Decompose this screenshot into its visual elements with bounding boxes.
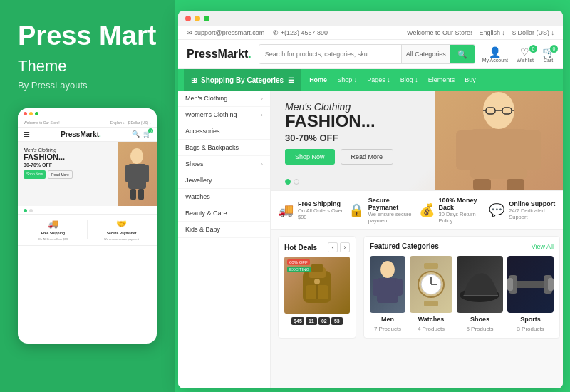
cart-action[interactable]: 🛒 0 Cart — [542, 46, 554, 63]
welcome-text: Welcome to Our Store! — [407, 29, 472, 36]
search-input[interactable] — [259, 45, 401, 63]
mobile-dot-red — [24, 112, 27, 115]
cat-sports-count: 3 Products — [517, 326, 544, 332]
hero-banner: Men's Clothing FASHION... 30-70% OFF Sho… — [271, 91, 563, 190]
nav-hamburger-icon: ☰ — [288, 76, 294, 84]
account-label: My Account — [482, 58, 508, 63]
desktop-titlebar — [178, 11, 563, 26]
cat-sports[interactable]: Sports 3 Products — [507, 256, 554, 332]
feature-moneyback: 💰 100% Money Back 30 Days Return Policy — [419, 197, 486, 224]
sidebar-label: Beauty & Care — [185, 210, 227, 217]
categories-button[interactable]: ⊞ Shopping By Categories ☰ — [184, 69, 301, 91]
countdown-secs: 53 — [331, 317, 343, 325]
features-strip: 🚚 Free Shipping On All Orders Over $99 🔒… — [271, 190, 563, 230]
feature-payment-sub: We ensure secure payment — [368, 211, 415, 224]
feature-support-sub: 24/7 Dedicated Support — [509, 207, 556, 220]
cat-men[interactable]: Men 7 Products — [370, 256, 405, 332]
mobile-hero-discount: 30-70% OFF — [24, 163, 73, 167]
cat-sports-name: Sports — [520, 316, 541, 323]
search-category-select[interactable]: All Categories — [401, 45, 450, 63]
svg-rect-10 — [473, 179, 491, 190]
view-all-link[interactable]: View All — [532, 243, 554, 250]
feature-shipping: 🚚 Free Shipping On All Orders Over $99 — [278, 197, 345, 224]
mobile-cart-icon[interactable]: 🛒0 — [143, 130, 151, 138]
payment-icon: 🔒 — [348, 202, 364, 218]
language-select[interactable]: English ↓ — [479, 29, 505, 36]
hot-deals: Hot Deals ‹ › 60% OFF EXCITING — [278, 236, 356, 339]
read-more-button[interactable]: Read More — [341, 149, 394, 165]
sidebar-item-womens-clothing[interactable]: Women's Clothing › — [178, 107, 270, 123]
nav-blog[interactable]: Blog ↓ — [396, 76, 423, 83]
nav-pages[interactable]: Pages ↓ — [363, 76, 395, 83]
sidebar-item-jewellery[interactable]: Jewellery — [178, 172, 270, 189]
currency-select[interactable]: $ Dollar (US) ↓ — [512, 29, 554, 36]
mobile-titlebar — [18, 108, 157, 118]
feature-payment-title: Secure Paymanet — [368, 197, 415, 211]
hot-deals-prev[interactable]: ‹ — [328, 242, 338, 252]
sidebar-item-beauty[interactable]: Beauty & Care — [178, 205, 270, 222]
mobile-lang: English ↓ $ Dollar (US) ↓ — [110, 120, 151, 125]
feature-payment: 🔒 Secure Paymanet We ensure secure payme… — [348, 197, 415, 224]
mobile-radio — [18, 207, 157, 214]
cat-men-count: 7 Products — [374, 326, 401, 332]
nav-elements[interactable]: Elements — [424, 76, 460, 83]
countdown-price: $45 — [291, 317, 304, 325]
mobile-payment-icon: 🤝 — [116, 219, 127, 229]
mobile-radio-inactive — [29, 209, 33, 212]
mobile-shop-now[interactable]: Shop Now — [24, 170, 46, 179]
nav-bar: ⊞ Shopping By Categories ☰ Home Shop ↓ P… — [178, 69, 563, 91]
mobile-search-icon[interactable]: 🔍 — [132, 130, 140, 138]
hero-text: Men's Clothing FASHION... 30-70% OFF Sho… — [285, 101, 393, 165]
nav-shop[interactable]: Shop ↓ — [333, 76, 361, 83]
grid-icon: ⊞ — [191, 76, 197, 84]
sidebar-item-shoes[interactable]: Shoes › — [178, 156, 270, 172]
cat-shoes[interactable]: Shoes 5 Products — [457, 256, 503, 332]
account-icon: 👤 — [489, 46, 501, 58]
mobile-radio-active — [24, 209, 27, 212]
cat-watches-name: Watches — [418, 316, 445, 323]
cat-shoes-name: Shoes — [470, 316, 489, 323]
cat-watches[interactable]: Watches 4 Products — [410, 256, 452, 332]
hot-deals-title: Hot Deals — [284, 244, 317, 252]
sidebar-label: Watches — [185, 193, 210, 200]
search-button[interactable]: 🔍 — [450, 45, 475, 63]
wishlist-action[interactable]: ♡ 0 Wishlist — [517, 46, 534, 63]
sidebar-item-kids[interactable]: Kids & Baby — [178, 222, 270, 238]
sidebar-label: Bags & Backpacks — [185, 144, 239, 151]
support-icon: 💬 — [489, 202, 504, 218]
wishlist-badge: 0 — [529, 45, 537, 53]
left-panel: Press Mart Theme By PressLayouts Welcome… — [0, 0, 175, 392]
cat-men-name: Men — [381, 316, 394, 323]
nav-buy[interactable]: Buy — [460, 76, 480, 83]
sidebar-item-watches[interactable]: Watches — [178, 189, 270, 205]
mobile-hamburger[interactable]: ☰ — [24, 130, 30, 138]
mobile-feature-payment: 🤝 Secure Paymanet We ensure secure payme… — [89, 219, 154, 241]
hero-radio — [285, 179, 299, 185]
contact-phone: ✆ +(123) 4567 890 — [273, 29, 328, 36]
my-account-action[interactable]: 👤 My Account — [482, 46, 508, 63]
top-info-right: Welcome to Our Store! English ↓ $ Dollar… — [407, 29, 554, 36]
svg-rect-38 — [548, 278, 554, 291]
svg-point-23 — [380, 261, 395, 278]
sidebar-item-accessories[interactable]: Accessories — [178, 123, 270, 140]
svg-point-0 — [130, 148, 143, 164]
mobile-payment-sub: We ensure secure payment — [104, 237, 139, 241]
sidebar-item-mens-clothing[interactable]: Men's Clothing › — [178, 91, 270, 107]
hero-discount: 30-70% OFF — [285, 133, 393, 143]
desktop-mockup: ✉ support@pressmart.com ✆ +(123) 4567 89… — [178, 11, 563, 388]
svg-rect-7 — [470, 129, 527, 179]
cat-shoes-image — [457, 256, 503, 313]
hero-buttons: Shop Now Read More — [285, 149, 393, 165]
nav-home[interactable]: Home — [305, 76, 331, 83]
search-bar[interactable]: All Categories 🔍 — [259, 44, 475, 64]
feature-shipping-sub: On All Orders Over $99 — [298, 207, 345, 220]
mobile-mockup: Welcome to Our Store! English ↓ $ Dollar… — [18, 108, 157, 344]
svg-rect-32 — [424, 301, 438, 306]
hot-deals-next[interactable]: › — [340, 242, 350, 252]
mobile-read-more[interactable]: Read More — [48, 170, 73, 179]
sidebar-item-bags[interactable]: Bags & Backpacks — [178, 140, 270, 156]
sidebar-label: Women's Clothing — [185, 111, 237, 118]
hot-deals-nav: ‹ › — [328, 242, 350, 252]
shop-now-button[interactable]: Shop Now — [285, 149, 335, 165]
svg-rect-2 — [125, 165, 132, 182]
